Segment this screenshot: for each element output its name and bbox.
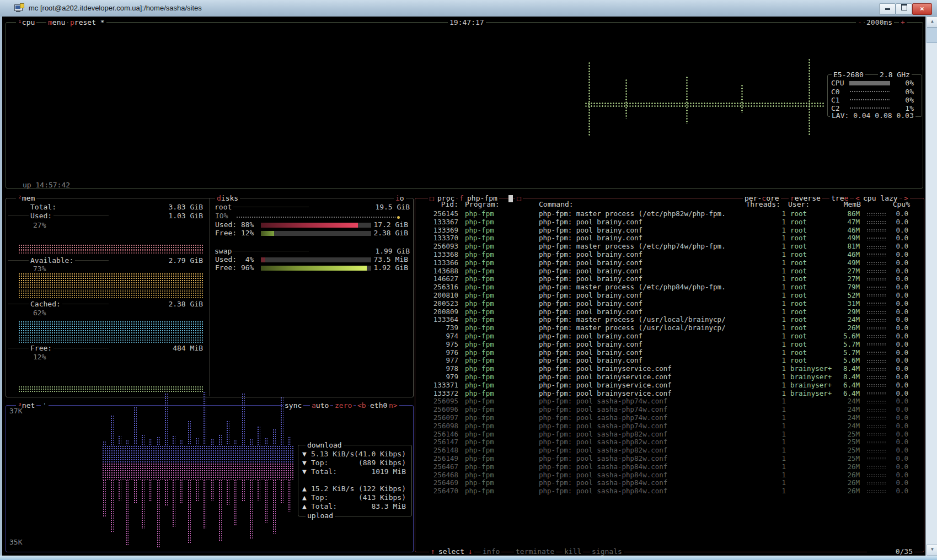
process-row[interactable]: 256098php-fpmphp-fpm: pool sasha-php74w.… [415,422,914,430]
close-button[interactable]: × [912,3,932,15]
column-header-pid[interactable]: Pid: [415,200,458,208]
process-row[interactable]: 739php-fpmphp-fpm: master process (/usr/… [415,324,914,332]
process-threads: 1 [725,251,786,259]
process-row[interactable]: 133369php-fpmphp-fpm: pool brainy.conf1r… [415,227,914,235]
process-row[interactable]: 256149php-fpmphp-fpm: pool sasha-php82w.… [415,455,914,463]
process-row[interactable]: 256316php-fpmphp-fpm: master process (/e… [415,283,914,292]
process-threads: 1 [725,487,786,496]
process-command: php-fpm: pool brainy.conf [539,341,725,349]
process-row[interactable]: 200809php-fpmphp-fpm: pool brainy.conf1r… [415,308,914,316]
net-zero-button[interactable]: zero [333,401,354,410]
process-row[interactable]: 256146php-fpmphp-fpm: pool sasha-php82w.… [415,430,914,439]
column-header-cpu[interactable]: Cpu% [866,200,910,208]
window-titlebar[interactable]: mc [root@a202.itdeveloper.com.ua]:/home/… [0,0,937,17]
process-cpu: 0.0 [886,243,908,251]
net-sync-button[interactable]: sync [283,401,303,410]
process-row[interactable]: 256093php-fpmphp-fpm: master process (/e… [415,243,914,251]
interval-increase-button[interactable]: + [899,18,907,26]
column-header-user[interactable]: User: [788,200,810,208]
process-mem: 24M [843,406,860,414]
column-header-program[interactable]: Program: [465,200,500,208]
mem-free-percent: 12% [33,353,46,361]
process-program: php-fpm [465,234,533,243]
net-next-interface-button[interactable]: n> [387,401,399,410]
process-mem: 26M [843,324,860,332]
process-program: php-fpm [465,275,533,283]
process-mem: 52M [843,292,860,300]
filter-clear-marker[interactable]: □ [515,194,523,202]
process-row[interactable]: 256467php-fpmphp-fpm: pool sasha-php84w.… [415,463,914,471]
process-row[interactable]: 256469php-fpmphp-fpm: pool sasha-php84w.… [415,479,914,487]
process-cpu: 0.0 [886,381,908,390]
process-row[interactable]: 256145php-fpmphp-fpm: master process (/e… [415,210,914,218]
process-row[interactable]: 200523php-fpmphp-fpm: pool brainy.conf1r… [415,300,914,308]
menu-button[interactable]: menu [46,18,67,26]
process-usage-graph [866,212,886,216]
mem-cached-value: 2.38 GiB [109,300,205,308]
process-row[interactable]: 256470php-fpmphp-fpm: pool sasha-php84w.… [415,487,914,496]
process-user: root [790,332,843,341]
process-row[interactable]: 979php-fpmphp-fpm: pool brainyservice.co… [415,373,914,381]
process-row[interactable]: 146627php-fpmphp-fpm: pool brainy.conf1r… [415,275,914,283]
scrollbar-down-button[interactable]: ▼ [927,545,937,556]
maximize-button[interactable] [896,3,912,15]
column-header-threads[interactable]: Threads: [725,200,780,208]
column-header-command[interactable]: Command: [539,200,574,208]
process-row[interactable]: 200810php-fpmphp-fpm: pool brainy.conf1r… [415,292,914,300]
terminate-button[interactable]: terminate [514,547,556,556]
process-row[interactable]: 256095php-fpmphp-fpm: pool sasha-php74w.… [415,397,914,406]
scrollbar-up-button[interactable]: ▲ [927,17,937,28]
process-command: php-fpm: pool sasha-php84w.conf [539,471,725,480]
column-header-mem[interactable]: MemB [817,200,861,208]
process-row[interactable]: 133372php-fpmphp-fpm: pool brainyservice… [415,390,914,398]
select-down-arrow[interactable]: ↓ [467,547,474,556]
process-usage-graph [866,359,886,363]
kill-button[interactable]: kill [563,547,583,556]
filter-key[interactable]: f [458,194,465,202]
process-row[interactable]: 976php-fpmphp-fpm: pool brainy.conf1root… [415,349,914,357]
io-mode-button[interactable]: io [394,194,406,202]
net-prev-interface-button[interactable]: <b [356,401,368,410]
process-program: php-fpm [465,251,533,259]
process-row[interactable]: 975php-fpmphp-fpm: pool brainy.conf1root… [415,341,914,349]
terminal-scrollbar[interactable]: ▲ ▼ [925,17,937,556]
select-up-arrow[interactable]: ↑ [429,547,437,556]
process-row[interactable]: 256147php-fpmphp-fpm: pool sasha-php82w.… [415,438,914,446]
info-button[interactable]: info [481,547,501,556]
process-row[interactable]: 978php-fpmphp-fpm: pool brainyservice.co… [415,365,914,373]
interval-decrease-button[interactable]: - [856,18,864,26]
net-auto-button[interactable]: auto [310,401,330,410]
process-row[interactable]: 256468php-fpmphp-fpm: pool sasha-php84w.… [415,471,914,480]
process-mem: 26M [843,487,860,496]
process-pid: 256469 [415,479,458,487]
process-row[interactable]: 133364php-fpmphp-fpm: master process (/u… [415,316,914,324]
process-row[interactable]: 974php-fpmphp-fpm: pool brainy.conf1root… [415,332,914,341]
process-pid: 256468 [415,471,458,480]
process-row[interactable]: 977php-fpmphp-fpm: pool brainy.conf1root… [415,357,914,365]
process-row[interactable]: 143688php-fpmphp-fpm: pool brainy.conf1r… [415,267,914,276]
cpu-frequency: 2.8 GHz [878,71,912,79]
process-cpu: 0.0 [886,292,908,300]
process-program: php-fpm [465,430,533,439]
process-row[interactable]: 256148php-fpmphp-fpm: pool sasha-php82w.… [415,446,914,455]
process-cpu: 0.0 [886,300,908,308]
process-cpu: 0.0 [886,406,908,414]
process-user: root [790,357,843,365]
process-command: php-fpm: pool sasha-php84w.conf [539,479,725,487]
process-row[interactable]: 133370php-fpmphp-fpm: pool brainy.conf1r… [415,234,914,243]
process-row[interactable]: 133366php-fpmphp-fpm: pool brainy.conf1r… [415,259,914,267]
process-cpu: 0.0 [886,463,908,471]
process-row[interactable]: 133367php-fpmphp-fpm: pool brainy.conf1r… [415,218,914,227]
process-row[interactable]: 256097php-fpmphp-fpm: pool sasha-php74w.… [415,414,914,422]
minimize-button[interactable] [879,3,896,15]
preset-button[interactable]: preset * [68,18,106,26]
process-row[interactable]: 133368php-fpmphp-fpm: pool brainy.conf1r… [415,251,914,259]
process-user: root [790,227,843,235]
process-row[interactable]: 133371php-fpmphp-fpm: pool brainyservice… [415,381,914,390]
process-threads: 1 [725,283,786,292]
select-button[interactable]: select [437,547,466,556]
signals-button[interactable]: signals [590,547,624,556]
process-user: brainyser+ [790,365,843,373]
process-row[interactable]: 256096php-fpmphp-fpm: pool sasha-php74w.… [415,406,914,414]
scrollbar-thumb[interactable] [927,28,937,43]
